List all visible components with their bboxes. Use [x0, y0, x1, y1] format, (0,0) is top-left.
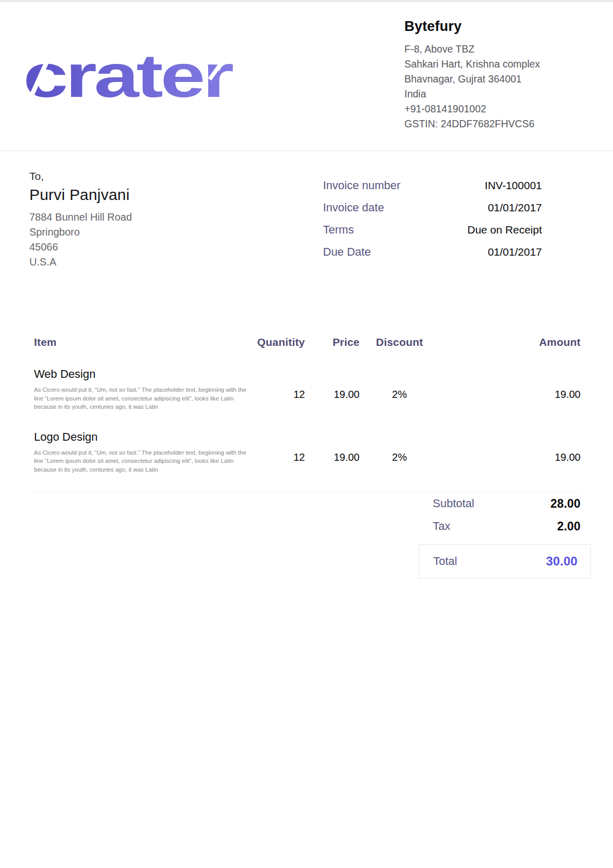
due-date-row: Due Date 01/01/2017 [323, 241, 542, 263]
company-address-line: India [404, 87, 595, 102]
invoice-date-label: Invoice date [323, 201, 384, 214]
due-date-label: Due Date [323, 245, 371, 259]
company-info: Bytefury F-8, Above TBZ Sahkari Hart, Kr… [404, 19, 595, 131]
invoice-date-row: Invoice date 01/01/2017 [323, 196, 542, 219]
items-table: Item Quanitity Price Discount Amount Web… [34, 336, 581, 493]
due-date-value: 01/01/2017 [488, 246, 542, 258]
item-description: As Cicero would put it, “Um, not so fast… [34, 448, 248, 474]
terms-row: Terms Due on Receipt [323, 219, 542, 241]
item-price: 19.00 [305, 368, 360, 411]
items-table-header: Item Quanitity Price Discount Amount [34, 336, 581, 348]
item-discount: 2% [360, 368, 439, 411]
bill-to-block: To, Purvi Panjvani 7884 Bunnel Hill Road… [29, 170, 266, 270]
total-value: 30.00 [546, 554, 577, 569]
item-description: As Cicero would put it, “Um, not so fast… [34, 386, 248, 411]
company-name: Bytefury [404, 19, 595, 35]
invoice-meta: Invoice number INV-100001 Invoice date 0… [323, 174, 542, 263]
item-discount: 2% [360, 430, 439, 474]
logo-wordmark: crater [23, 42, 233, 103]
invoice-number-value: INV-100001 [485, 179, 542, 192]
company-address-line: F-8, Above TBZ [404, 42, 595, 57]
header-amount: Amount [439, 336, 581, 348]
item-quantity: 12 [248, 368, 305, 411]
item-quantity: 12 [248, 430, 305, 474]
tax-row: Tax 2.00 [419, 515, 581, 538]
company-address-line: Bhavnagar, Gujrat 364001 [404, 72, 595, 87]
totals-block: Subtotal 28.00 Tax 2.00 [419, 492, 581, 538]
subtotal-label: Subtotal [433, 497, 474, 510]
customer-address: 7884 Bunnel Hill Road Springboro 45066 U… [29, 210, 266, 270]
subtotal-value: 28.00 [550, 497, 581, 511]
tax-value: 2.00 [557, 520, 581, 533]
item-price: 19.00 [305, 430, 360, 474]
header-item: Item [34, 336, 248, 348]
item-amount: 19.00 [439, 368, 581, 411]
bill-to-label: To, [29, 170, 266, 182]
terms-value: Due on Receipt [467, 224, 542, 236]
item-cell: Web Design As Cicero would put it, “Um, … [34, 368, 248, 411]
invoice-page: crater Bytefury F-8, Above TBZ Sahkari H… [0, 0, 613, 868]
table-row: Logo Design As Cicero would put it, “Um,… [34, 430, 581, 474]
crater-logo: crater [23, 42, 234, 103]
invoice-number-label: Invoice number [323, 179, 400, 192]
item-name: Logo Design [34, 430, 248, 444]
customer-name: Purvi Panjvani [29, 186, 266, 204]
terms-label: Terms [323, 223, 354, 237]
page-top-border [0, 0, 613, 2]
customer-address-line: U.S.A [29, 255, 266, 270]
subtotal-row: Subtotal 28.00 [419, 492, 581, 515]
invoice-number-row: Invoice number INV-100001 [323, 174, 542, 196]
company-gstin: GSTIN: 24DDF7682FHVCS6 [404, 116, 595, 131]
total-box: Total 30.00 [419, 544, 591, 578]
customer-address-line: 7884 Bunnel Hill Road [29, 210, 266, 225]
customer-address-line: Springboro [29, 225, 266, 240]
header-divider [0, 151, 613, 151]
table-row: Web Design As Cicero would put it, “Um, … [34, 368, 581, 411]
total-label: Total [433, 555, 457, 568]
item-amount: 19.00 [439, 430, 581, 474]
company-phone: +91-08141901002 [404, 102, 595, 116]
crater-logo-svg: crater [23, 42, 234, 103]
invoice-date-value: 01/01/2017 [488, 202, 542, 214]
customer-address-line: 45066 [29, 240, 266, 255]
header-quantity: Quanitity [248, 336, 305, 348]
header-discount: Discount [360, 336, 439, 348]
company-address-line: Sahkari Hart, Krishna complex [404, 57, 595, 72]
item-cell: Logo Design As Cicero would put it, “Um,… [34, 430, 248, 474]
header-price: Price [305, 336, 360, 348]
tax-label: Tax [433, 520, 450, 533]
item-name: Web Design [34, 368, 248, 381]
